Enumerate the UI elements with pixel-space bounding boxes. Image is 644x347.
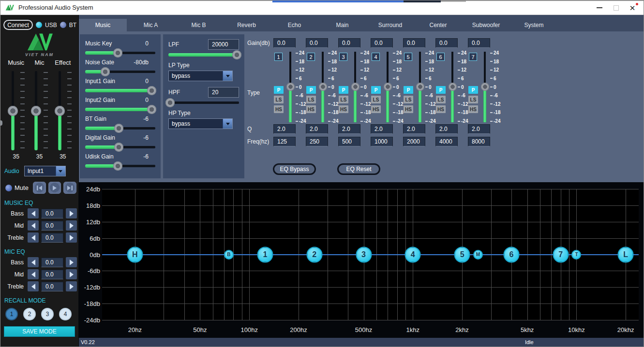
- band-7-gain-input[interactable]: 0.0: [468, 38, 490, 48]
- audio-source-select[interactable]: Input1: [24, 166, 66, 176]
- eq-marker-3[interactable]: 3: [356, 246, 372, 262]
- tab-echo[interactable]: Echo: [270, 19, 318, 31]
- band-3-gain-input[interactable]: 0.0: [338, 38, 360, 48]
- band-1-type-ls-button[interactable]: LS: [274, 96, 284, 103]
- music-key-slider[interactable]: [85, 48, 155, 57]
- band-5-type-p-button[interactable]: P: [404, 86, 413, 94]
- tab-mic-a[interactable]: Mic A: [127, 19, 175, 31]
- save-mode-button[interactable]: SAVE MODE: [4, 326, 75, 337]
- music-eq-bass-decrease-button[interactable]: [28, 208, 39, 218]
- maximize-button[interactable]: [608, 1, 624, 14]
- slider-thumb[interactable]: [114, 143, 123, 152]
- band-4-q-input[interactable]: 2.0: [371, 124, 393, 134]
- band-3-q-input[interactable]: 2.0: [338, 124, 360, 134]
- vslider-thumb[interactable]: [416, 83, 424, 91]
- vslider-thumb[interactable]: [319, 83, 327, 91]
- music-eq-bass-value[interactable]: 0.0: [41, 209, 63, 218]
- mic-eq-treble-decrease-button[interactable]: [28, 281, 39, 291]
- fader-track-area[interactable]: [54, 71, 72, 150]
- band-2-type-ls-button[interactable]: LS: [306, 96, 316, 103]
- band-7-gain-slider[interactable]: [481, 52, 489, 122]
- band-4-gain-slider[interactable]: [384, 52, 392, 122]
- music-eq-mid-decrease-button[interactable]: [28, 220, 39, 231]
- band-7-type-ls-button[interactable]: LS: [468, 96, 478, 103]
- eq-plot-area[interactable]: HB12345M67TL: [102, 189, 639, 320]
- band-6-q-input[interactable]: 2.0: [435, 124, 458, 134]
- band-1-gain-input[interactable]: 0.0: [273, 38, 296, 48]
- band-5-type-ls-button[interactable]: LS: [404, 96, 413, 103]
- mute-radio[interactable]: [5, 185, 12, 191]
- digital-gain-slider[interactable]: [85, 143, 155, 151]
- mic-eq-treble-value[interactable]: 0.0: [41, 282, 63, 291]
- previous-track-button[interactable]: [33, 182, 46, 194]
- band-5-gain-slider[interactable]: [416, 52, 424, 122]
- slider-thumb[interactable]: [232, 50, 241, 59]
- band-7-freq-input[interactable]: 8000: [468, 137, 490, 146]
- eq-marker-5[interactable]: 5: [454, 246, 470, 262]
- eq-marker-7[interactable]: 7: [553, 246, 569, 262]
- mic-eq-bass-increase-button[interactable]: [66, 257, 77, 267]
- bt-gain-slider[interactable]: [85, 124, 155, 132]
- music-eq-treble-value[interactable]: 0.0: [41, 233, 63, 243]
- close-button[interactable]: ✕: [624, 1, 641, 14]
- vslider-thumb[interactable]: [351, 83, 359, 91]
- udisk-gain-slider[interactable]: [85, 161, 155, 170]
- slider-track[interactable]: [168, 101, 239, 104]
- tab-music[interactable]: Music: [79, 19, 127, 31]
- band-6-type-ls-button[interactable]: LS: [436, 96, 446, 103]
- minimize-button[interactable]: [591, 1, 608, 14]
- fader-track-area[interactable]: [7, 71, 25, 150]
- eq-marker-2[interactable]: 2: [306, 246, 322, 262]
- band-1-freq-input[interactable]: 125: [273, 137, 296, 146]
- slider-thumb[interactable]: [147, 105, 156, 114]
- band-2-type-hs-button[interactable]: HS: [306, 105, 316, 113]
- band-7-q-input[interactable]: 2.0: [468, 124, 490, 134]
- mic-eq-mid-increase-button[interactable]: [66, 269, 77, 279]
- tab-system[interactable]: System: [510, 19, 558, 31]
- mic-eq-bass-value[interactable]: 0.0: [41, 258, 63, 267]
- chevron-down-icon[interactable]: [56, 166, 65, 176]
- band-1-type-p-button[interactable]: P: [274, 86, 284, 94]
- band-1-q-input[interactable]: 2.0: [273, 124, 296, 134]
- tab-subwoofer[interactable]: Subwoofer: [462, 19, 510, 31]
- eq-marker-T[interactable]: T: [571, 250, 581, 260]
- tab-mic-b[interactable]: Mic B: [175, 19, 223, 31]
- recall-mode-2-button[interactable]: 2: [23, 308, 36, 320]
- fader-thumb[interactable]: [55, 106, 65, 116]
- band-4-freq-input[interactable]: 1000: [371, 137, 393, 146]
- fader-thumb[interactable]: [8, 106, 18, 116]
- noise-gate-slider[interactable]: [85, 67, 155, 76]
- band-5-freq-input[interactable]: 2000: [403, 137, 425, 146]
- input2-gain-slider[interactable]: [85, 105, 155, 114]
- music-eq-mid-value[interactable]: 0.0: [41, 221, 63, 231]
- eq-marker-B[interactable]: B: [224, 250, 234, 260]
- slider-thumb[interactable]: [114, 124, 123, 133]
- recall-mode-4-button[interactable]: 4: [59, 308, 72, 320]
- tab-center[interactable]: Center: [414, 19, 462, 31]
- band-6-freq-input[interactable]: 4000: [435, 137, 458, 146]
- tab-main[interactable]: Main: [318, 19, 366, 31]
- hpf-frequency-input[interactable]: 20: [208, 87, 239, 98]
- fader-track-area[interactable]: [30, 71, 48, 150]
- music-eq-mid-increase-button[interactable]: [66, 220, 77, 231]
- band-5-type-hs-button[interactable]: HS: [404, 105, 413, 113]
- band-7-type-hs-button[interactable]: HS: [468, 105, 478, 113]
- usb-radio[interactable]: [36, 22, 42, 28]
- lpf-slider[interactable]: [168, 50, 239, 59]
- music-eq-bass-increase-button[interactable]: [66, 208, 77, 218]
- band-2-type-p-button[interactable]: P: [306, 86, 316, 94]
- band-3-freq-input[interactable]: 500: [338, 137, 360, 146]
- vslider-thumb[interactable]: [384, 83, 392, 91]
- chevron-down-icon[interactable]: [223, 119, 232, 129]
- slider-thumb[interactable]: [113, 48, 122, 58]
- slider-thumb[interactable]: [147, 86, 156, 95]
- recall-mode-1-button[interactable]: 1: [5, 308, 18, 320]
- band-6-type-hs-button[interactable]: HS: [436, 105, 446, 113]
- eq-bypass-button[interactable]: EQ Bypass: [273, 163, 316, 175]
- band-3-type-ls-button[interactable]: LS: [339, 96, 348, 103]
- eq-marker-1[interactable]: 1: [257, 246, 273, 262]
- mic-eq-mid-decrease-button[interactable]: [28, 269, 39, 279]
- slider-thumb[interactable]: [101, 67, 110, 76]
- band-4-type-hs-button[interactable]: HS: [371, 105, 381, 113]
- band-2-q-input[interactable]: 2.0: [306, 124, 328, 134]
